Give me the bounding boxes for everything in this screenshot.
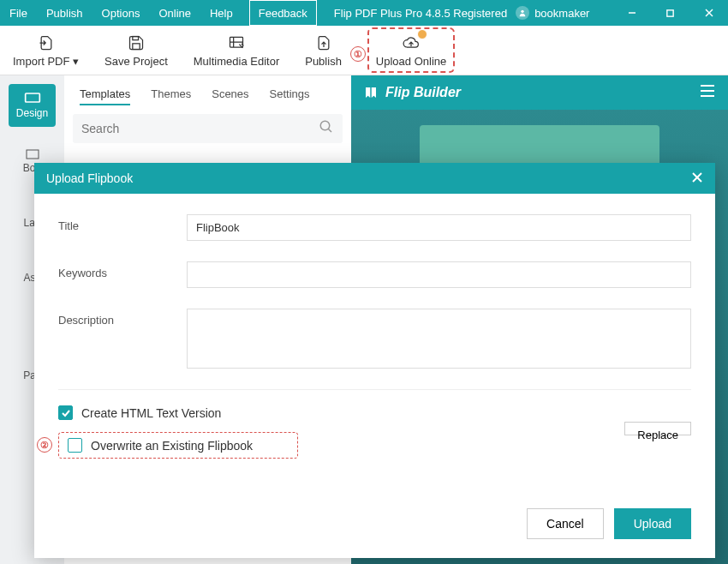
menu-online[interactable]: Online	[149, 0, 200, 26]
save-project-button[interactable]: Save Project	[104, 33, 168, 68]
dialog-footer: Cancel Upload	[34, 496, 715, 558]
svg-line-11	[328, 129, 331, 132]
tab-themes[interactable]: Themes	[151, 87, 191, 105]
upload-online-label: Upload Online	[376, 55, 446, 68]
avatar-icon	[516, 6, 529, 20]
preview-header: Flip Builder	[351, 75, 728, 110]
create-html-checkbox-row[interactable]: Create HTML Text Version	[58, 405, 691, 420]
menu-file[interactable]: File	[0, 0, 37, 26]
toolbar: Import PDF ▾ Save Project Multimedia Edi…	[0, 26, 728, 75]
upload-button[interactable]: Upload	[614, 508, 691, 539]
monitor-icon	[24, 92, 41, 104]
import-pdf-button[interactable]: Import PDF ▾	[13, 33, 79, 68]
minimize-button[interactable]	[612, 0, 651, 26]
svg-point-10	[320, 121, 330, 130]
tab-templates[interactable]: Templates	[80, 87, 130, 105]
multimedia-editor-button[interactable]: Multimedia Editor	[194, 33, 279, 68]
cloud-upload-icon	[400, 33, 422, 53]
close-button[interactable]	[689, 0, 728, 26]
search-input[interactable]	[81, 122, 319, 135]
description-label: Description	[58, 309, 187, 327]
overwrite-label: Overwrite an Existing Flipbook	[91, 439, 253, 453]
keywords-label: Keywords	[58, 261, 187, 279]
dialog-body: Title Keywords Description Create HTML T…	[34, 194, 715, 471]
tab-scenes[interactable]: Scenes	[212, 87, 248, 105]
app-title: Flip PDF Plus Pro 4.8.5 Registered	[334, 7, 507, 20]
window-controls	[612, 0, 728, 26]
callout-2: ②	[37, 437, 52, 453]
save-icon	[128, 33, 145, 53]
user-account[interactable]: bookmaker	[516, 6, 589, 20]
create-html-checkbox[interactable]	[58, 405, 73, 420]
coin-badge-icon	[417, 29, 427, 39]
close-icon	[691, 171, 703, 183]
import-icon	[36, 33, 57, 53]
dialog-close-button[interactable]	[691, 170, 703, 188]
brand-label: Flip Builder	[385, 85, 461, 100]
search-icon[interactable]	[319, 119, 334, 138]
svg-rect-5	[133, 37, 139, 40]
publish-icon	[315, 33, 332, 53]
upload-online-button[interactable]: ① Upload Online	[367, 27, 455, 73]
multimedia-editor-label: Multimedia Editor	[194, 55, 279, 68]
create-html-label: Create HTML Text Version	[81, 406, 221, 420]
publish-label: Publish	[305, 55, 342, 68]
menu-publish[interactable]: Publish	[37, 0, 92, 26]
save-project-label: Save Project	[104, 55, 168, 68]
cancel-button[interactable]: Cancel	[527, 508, 604, 539]
panel-tabs: Templates Themes Scenes Settings	[73, 84, 343, 114]
design-label: Design	[16, 107, 48, 119]
hamburger-icon[interactable]	[699, 84, 716, 101]
titlebar: File Publish Options Online Help Feedbac…	[0, 0, 728, 26]
publish-button[interactable]: Publish	[305, 33, 342, 68]
dialog-header: Upload Flipbook	[34, 163, 715, 194]
feedback-button[interactable]: Feedback	[249, 0, 317, 26]
design-button[interactable]: Design	[9, 84, 56, 127]
svg-rect-6	[133, 44, 140, 50]
overwrite-checkbox[interactable]	[68, 438, 82, 453]
book-preview	[420, 125, 659, 168]
username: bookmaker	[534, 7, 589, 20]
maximize-button[interactable]	[651, 0, 689, 26]
replace-button[interactable]: Replace	[624, 422, 691, 435]
menu-options[interactable]: Options	[92, 0, 150, 26]
description-input[interactable]	[187, 309, 691, 369]
svg-rect-9	[27, 150, 39, 159]
title-input[interactable]	[187, 214, 691, 241]
title-label: Title	[58, 214, 187, 232]
svg-point-0	[521, 10, 523, 13]
keywords-input[interactable]	[187, 261, 691, 288]
upload-dialog: Upload Flipbook Title Keywords Descripti…	[34, 163, 715, 558]
import-pdf-label: Import PDF ▾	[13, 55, 79, 68]
callout-1: ①	[350, 46, 366, 62]
menu-help[interactable]: Help	[200, 0, 242, 26]
overwrite-checkbox-row[interactable]: ② Overwrite an Existing Flipbook	[58, 432, 298, 459]
search-box	[73, 114, 343, 143]
checkmark-icon	[61, 408, 71, 418]
dialog-title: Upload Flipbook	[46, 171, 133, 185]
brand-icon	[363, 85, 379, 100]
divider	[58, 389, 691, 390]
editor-icon	[228, 33, 245, 53]
svg-rect-2	[667, 9, 673, 15]
svg-rect-8	[25, 93, 39, 102]
tab-settings[interactable]: Settings	[270, 87, 310, 105]
